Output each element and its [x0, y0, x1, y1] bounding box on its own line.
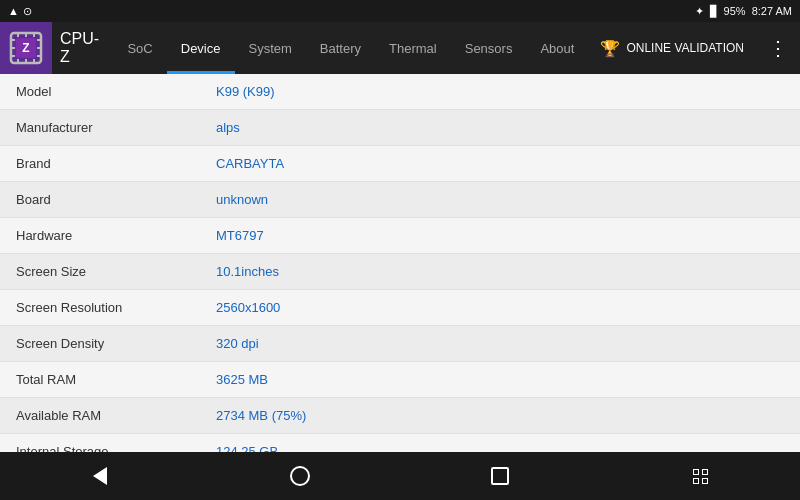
signal-icon: ▲: [8, 5, 19, 17]
info-label: Internal Storage: [0, 436, 200, 452]
info-row: Screen Resolution2560x1600: [0, 290, 800, 326]
cpu-z-logo: Z: [9, 31, 43, 65]
top-nav: Z CPU-Z SoC Device System Battery Therma…: [0, 22, 800, 74]
info-row: Available RAM2734 MB (75%): [0, 398, 800, 434]
info-label: Screen Density: [0, 328, 200, 359]
info-value: K99 (K99): [200, 76, 800, 107]
tab-battery[interactable]: Battery: [306, 22, 375, 74]
info-label: Available RAM: [0, 400, 200, 431]
more-menu-button[interactable]: ⋮: [756, 22, 800, 74]
info-value: 124.25 GB: [200, 436, 800, 452]
status-bar: ▲ ⊙ ✦ ▊ 95% 8:27 AM: [0, 0, 800, 22]
info-value: alps: [200, 112, 800, 143]
expand-button[interactable]: [670, 452, 730, 500]
status-left-icons: ▲ ⊙: [8, 5, 32, 18]
tab-about[interactable]: About: [526, 22, 588, 74]
info-label: Brand: [0, 148, 200, 179]
trophy-icon: 🏆: [600, 39, 620, 58]
tab-sensors[interactable]: Sensors: [451, 22, 527, 74]
status-right-icons: ✦ ▊ 95% 8:27 AM: [695, 5, 792, 18]
expand-icon: [693, 469, 708, 484]
info-value: 10.1inches: [200, 256, 800, 287]
battery-icon: ▊: [710, 5, 718, 18]
clock: 8:27 AM: [752, 5, 792, 17]
info-row: ModelK99 (K99): [0, 74, 800, 110]
content-area: ModelK99 (K99)ManufactureralpsBrandCARBA…: [0, 74, 800, 452]
tab-soc[interactable]: SoC: [113, 22, 166, 74]
info-label: Screen Resolution: [0, 292, 200, 323]
recents-icon: [491, 467, 509, 485]
info-label: Board: [0, 184, 200, 215]
wifi-icon: ⊙: [23, 5, 32, 18]
info-label: Total RAM: [0, 364, 200, 395]
tab-device[interactable]: Device: [167, 22, 235, 74]
back-button[interactable]: [70, 452, 130, 500]
info-value: 2734 MB (75%): [200, 400, 800, 431]
info-label: Manufacturer: [0, 112, 200, 143]
device-info-list: ModelK99 (K99)ManufactureralpsBrandCARBA…: [0, 74, 800, 452]
info-row: Internal Storage124.25 GB: [0, 434, 800, 452]
info-row: HardwareMT6797: [0, 218, 800, 254]
bottom-nav: [0, 452, 800, 500]
online-validation-button[interactable]: 🏆 ONLINE VALIDATION: [588, 22, 756, 74]
info-label: Hardware: [0, 220, 200, 251]
tab-thermal[interactable]: Thermal: [375, 22, 451, 74]
tabs-container: SoC Device System Battery Thermal Sensor…: [113, 22, 588, 74]
svg-text:Z: Z: [22, 41, 29, 55]
info-value: 320 dpi: [200, 328, 800, 359]
home-icon: [290, 466, 310, 486]
info-label: Model: [0, 76, 200, 107]
tab-system[interactable]: System: [235, 22, 306, 74]
info-row: Boardunknown: [0, 182, 800, 218]
app-logo: Z: [0, 22, 52, 74]
info-row: BrandCARBAYTA: [0, 146, 800, 182]
bluetooth-icon: ✦: [695, 5, 704, 18]
info-row: Total RAM3625 MB: [0, 362, 800, 398]
recents-button[interactable]: [470, 452, 530, 500]
info-value: 3625 MB: [200, 364, 800, 395]
info-label: Screen Size: [0, 256, 200, 287]
info-row: Manufactureralps: [0, 110, 800, 146]
app-name: CPU-Z: [52, 30, 113, 66]
home-button[interactable]: [270, 452, 330, 500]
back-icon: [93, 467, 107, 485]
more-dots-icon: ⋮: [768, 36, 788, 60]
info-value: 2560x1600: [200, 292, 800, 323]
info-value: MT6797: [200, 220, 800, 251]
info-row: Screen Density320 dpi: [0, 326, 800, 362]
info-value: CARBAYTA: [200, 148, 800, 179]
battery-percentage: 95%: [724, 5, 746, 17]
info-value: unknown: [200, 184, 800, 215]
info-row: Screen Size10.1inches: [0, 254, 800, 290]
